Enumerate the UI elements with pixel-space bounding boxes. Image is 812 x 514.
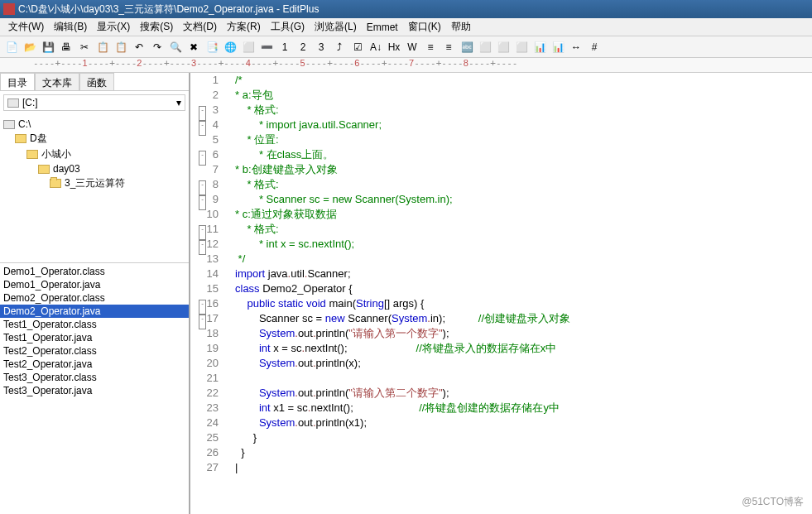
menu-item[interactable]: 文档(D)	[178, 18, 222, 36]
toolbar-button[interactable]: Hx	[386, 39, 402, 55]
tab-functions[interactable]: 函数	[79, 73, 114, 90]
toolbar-button[interactable]: 🔍	[167, 39, 184, 55]
toolbar-button[interactable]: ➖	[258, 39, 275, 55]
menu-item[interactable]: 浏览器(L)	[310, 18, 362, 36]
code-line[interactable]: * import java.util.Scanner;	[235, 118, 812, 132]
code-line[interactable]: Scanner sc = new Scanner(System.in); //创…	[235, 311, 812, 326]
file-item[interactable]: Test1_Operator.class	[0, 318, 189, 331]
menu-item[interactable]: 显示(X)	[92, 18, 135, 36]
toolbar-button[interactable]: 📄	[3, 39, 20, 55]
toolbar-button[interactable]: ⬜	[477, 39, 493, 55]
code-line[interactable]: }	[235, 430, 812, 445]
code-line[interactable]: System.out.println("请输入第一个数字");	[235, 326, 812, 341]
tab-directory[interactable]: 目录	[0, 73, 35, 90]
toolbar-button[interactable]: 📂	[22, 39, 38, 55]
menu-item[interactable]: 搜索(S)	[135, 18, 178, 36]
toolbar-button[interactable]: A↓	[368, 39, 384, 55]
line-number: 1	[190, 73, 219, 88]
toolbar-button[interactable]: 2	[295, 39, 311, 55]
line-number: 27	[190, 460, 219, 475]
menu-item[interactable]: 文件(W)	[3, 18, 49, 36]
file-item[interactable]: Test2_Operator.class	[0, 344, 189, 358]
file-item[interactable]: Test3_Operator.java	[0, 384, 189, 397]
menu-item[interactable]: 窗口(K)	[403, 18, 446, 36]
line-number: 23	[190, 401, 219, 416]
code-line[interactable]: * a:导包	[235, 88, 812, 103]
code-line[interactable]: * b:创建键盘录入对象	[235, 162, 812, 177]
code-line[interactable]: System.out.println(x);	[235, 356, 812, 371]
toolbar-button[interactable]: ≡	[440, 39, 457, 55]
toolbar-button[interactable]: ⬜	[495, 39, 512, 55]
code-line[interactable]: |	[235, 460, 812, 475]
code-line[interactable]: * 格式:	[235, 222, 812, 237]
toolbar-button[interactable]: 📋	[113, 39, 129, 55]
toolbar-button[interactable]: 1	[276, 39, 293, 55]
code-editor[interactable]: 12-3-45-67-8-910-11-12131415-16-17181920…	[190, 73, 812, 514]
toolbar-button[interactable]: #	[586, 39, 603, 55]
toolbar-button[interactable]: 🔤	[459, 39, 475, 55]
drive-combo[interactable]: [C:] ▾	[3, 94, 185, 111]
code-line[interactable]: * Scanner sc = new Scanner(System.in);	[235, 192, 812, 207]
line-number: 8-	[190, 177, 219, 192]
toolbar-button[interactable]: W	[404, 39, 420, 55]
code-line[interactable]: System.out.println("请输入第二个数字");	[235, 386, 812, 401]
code-line[interactable]: * 格式:	[235, 177, 812, 192]
code-line[interactable]: * 格式:	[235, 103, 812, 118]
code-line[interactable]: }	[235, 445, 812, 460]
toolbar-button[interactable]: 💾	[40, 39, 56, 55]
code-line[interactable]	[235, 371, 812, 386]
sidebar-tabs: 目录 文本库 函数	[0, 73, 189, 91]
code-line[interactable]: * int x = sc.nextInt();	[235, 237, 812, 252]
toolbar-button[interactable]: 📑	[204, 39, 220, 55]
toolbar-button[interactable]: 🖶	[58, 39, 74, 55]
code-content[interactable]: /** a:导包 * 格式: * import java.util.Scanne…	[235, 73, 812, 475]
menu-item[interactable]: Emmet	[362, 20, 403, 35]
toolbar-button[interactable]: 📊	[531, 39, 548, 55]
code-line[interactable]: * 位置:	[235, 132, 812, 147]
toolbar-button[interactable]: ↶	[131, 39, 147, 55]
code-line[interactable]: /*	[235, 73, 812, 88]
folder-item[interactable]: day03	[0, 162, 189, 175]
code-line[interactable]: System.out.println(x1);	[235, 416, 812, 430]
code-line[interactable]: import java.util.Scanner;	[235, 267, 812, 281]
file-item[interactable]: Demo2_Operator.class	[0, 291, 189, 305]
code-line[interactable]: * c:通过对象获取数据	[235, 207, 812, 222]
code-line[interactable]: * 在class上面。	[235, 147, 812, 162]
folder-item[interactable]: 3_三元运算符	[0, 175, 189, 191]
file-item[interactable]: Demo2_Operator.java	[0, 305, 189, 318]
toolbar-button[interactable]: 📊	[550, 39, 566, 55]
toolbar-button[interactable]: ↔	[568, 39, 584, 55]
tab-text-library[interactable]: 文本库	[35, 73, 79, 90]
toolbar-button[interactable]: ✖	[185, 39, 202, 55]
code-line[interactable]: class Demo2_Operator {	[235, 281, 812, 296]
folder-item[interactable]: D盘	[0, 131, 189, 147]
toolbar-button[interactable]: ☑	[349, 39, 366, 55]
toolbar-button[interactable]: ✂	[76, 39, 93, 55]
code-line[interactable]: int x = sc.nextInt(); //将键盘录入的数据存储在x中	[235, 341, 812, 356]
watermark: @51CTO博客	[742, 494, 804, 509]
file-item[interactable]: Test3_Operator.class	[0, 371, 189, 384]
code-line[interactable]: public static void main(String[] args) {	[235, 296, 812, 311]
file-item[interactable]: Demo1_Operator.java	[0, 278, 189, 291]
file-item[interactable]: Test1_Operator.java	[0, 331, 189, 344]
toolbar-button[interactable]: 🌐	[222, 39, 238, 55]
toolbar-button[interactable]: 3	[313, 39, 329, 55]
toolbar-button[interactable]: 📋	[94, 39, 111, 55]
line-number: 21	[190, 371, 219, 386]
menu-item[interactable]: 工具(G)	[266, 18, 310, 36]
menu-item[interactable]: 编辑(B)	[49, 18, 92, 36]
folder-item[interactable]: C:\	[0, 118, 189, 131]
code-line[interactable]: */	[235, 252, 812, 267]
toolbar-button[interactable]: ≡	[422, 39, 439, 55]
menu-item[interactable]: 帮助	[446, 18, 476, 36]
toolbar-button[interactable]: ⬜	[513, 39, 530, 55]
folder-item[interactable]: 小城小	[0, 147, 189, 162]
toolbar-button[interactable]: ⬜	[240, 39, 257, 55]
file-item[interactable]: Test2_Operator.java	[0, 358, 189, 371]
menu-item[interactable]: 方案(R)	[222, 18, 266, 36]
toolbar-button[interactable]: ↷	[149, 39, 166, 55]
file-item[interactable]: Demo1_Operator.class	[0, 265, 189, 278]
file-list: Demo1_Operator.classDemo1_Operator.javaD…	[0, 263, 189, 514]
code-line[interactable]: int x1 = sc.nextInt(); //将键盘创建的数据存储在y中	[235, 401, 812, 416]
toolbar-button[interactable]: ⤴	[331, 39, 348, 55]
